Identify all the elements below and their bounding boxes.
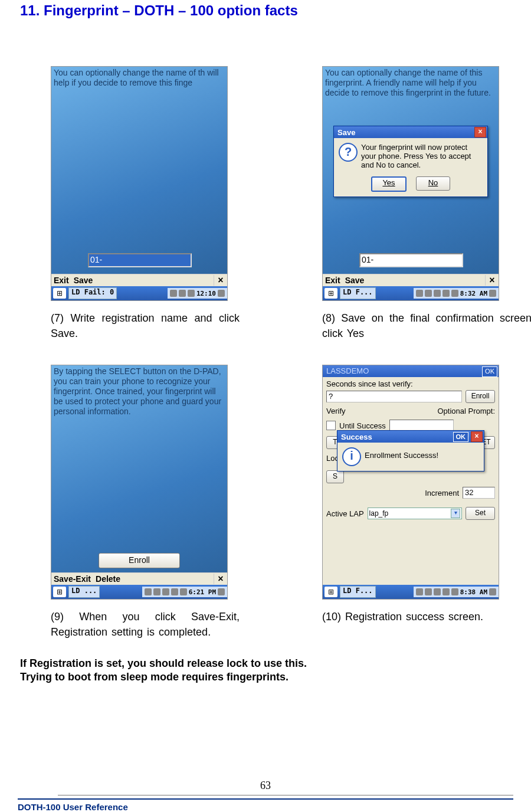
- tray-icon: [145, 588, 152, 595]
- tray-icon: [416, 588, 423, 595]
- tray-icon: [153, 588, 160, 595]
- tray-icon: [171, 588, 178, 595]
- menu-exit[interactable]: Exit: [325, 276, 340, 285]
- name-input[interactable]: 01-: [359, 253, 463, 267]
- dialog-body: Your fingerprint will now protect your p…: [361, 143, 483, 169]
- success-dialog: Success OK × i Enrollment Successs!: [337, 430, 484, 472]
- clock: 8:38 AM: [460, 588, 487, 596]
- verify-label: Verify: [326, 407, 346, 415]
- caption-7: (7) Write registration name and click Sa…: [51, 310, 240, 341]
- increment-label: Increment: [425, 489, 459, 497]
- dialog-titlebar: Save ×: [334, 126, 487, 138]
- menu-save[interactable]: Save: [345, 276, 365, 285]
- note-line-2: Trying to boot from sleep mode requires …: [20, 671, 513, 683]
- tray-icon: [434, 290, 441, 297]
- tray-icon: [170, 290, 177, 297]
- info-icon: i: [342, 447, 361, 466]
- optional-prompt-label: Optional Prompt:: [437, 407, 495, 415]
- dialog-titlebar: Success OK ×: [337, 431, 484, 443]
- close-icon[interactable]: ×: [474, 127, 486, 137]
- menu-exit[interactable]: Exit: [54, 276, 69, 285]
- tray-icon: [442, 290, 450, 297]
- screenshot-9: By tapping the SELECT button on the D-PA…: [51, 365, 228, 600]
- prompt-input[interactable]: [389, 420, 454, 431]
- menubar: Exit Save ×: [323, 274, 499, 286]
- until-success-checkbox[interactable]: [326, 421, 336, 430]
- active-lap-label: Active LAP: [326, 509, 364, 518]
- taskbar: ⊞ LD F... 8:38 AM: [323, 585, 499, 599]
- taskbar: ⊞ LD F... 8:32 AM: [323, 286, 499, 300]
- section-title: 11. Fingerprint – DOTH – 100 option fact…: [18, 0, 513, 19]
- clock: 12:10: [196, 290, 216, 297]
- close-icon[interactable]: ×: [214, 275, 227, 286]
- seconds-label: Seconds since last verify:: [326, 379, 413, 388]
- task-button[interactable]: LD ...: [68, 586, 100, 598]
- instruction-text: You can optionally change the name of th…: [54, 67, 225, 88]
- tray-icon: [489, 588, 496, 595]
- set-button[interactable]: Set: [466, 507, 495, 520]
- page-number: 63: [0, 780, 531, 792]
- tray-icon: [489, 290, 496, 297]
- enroll-button[interactable]: Enroll: [99, 553, 180, 568]
- ok-button[interactable]: OK: [453, 432, 469, 442]
- dialog-title: Save: [337, 128, 355, 137]
- system-tray: 12:10: [168, 288, 227, 299]
- dialog-title: Success: [341, 433, 372, 441]
- caption-10: (10) Registration success screen.: [322, 609, 531, 624]
- close-icon[interactable]: ×: [214, 574, 227, 584]
- start-icon[interactable]: ⊞: [53, 587, 66, 597]
- clock: 6:21 PM: [189, 588, 216, 596]
- menu-save-exit[interactable]: Save-Exit: [54, 574, 91, 584]
- menubar: Save-Exit Delete ×: [51, 572, 227, 585]
- tray-icon: [434, 588, 441, 595]
- tray-icon: [425, 290, 432, 297]
- taskbar: ⊞ LD Fail: 0 12:10: [51, 286, 227, 300]
- increment-input[interactable]: 32: [463, 487, 495, 499]
- start-icon[interactable]: ⊞: [324, 587, 337, 597]
- system-tray: 8:32 AM: [414, 288, 499, 299]
- screenshot-10: LASSDEMO OK Seconds since last verify: ?…: [322, 365, 499, 600]
- start-icon[interactable]: ⊞: [53, 288, 66, 299]
- footer-text: DOTH-100 User Reference: [18, 798, 513, 812]
- close-icon[interactable]: ×: [471, 431, 483, 442]
- question-icon: ?: [339, 143, 358, 162]
- tray-icon: [451, 588, 458, 595]
- note-line-1: If Registration is set, you should relea…: [20, 657, 513, 670]
- instruction-text: By tapping the SELECT button on the D-PA…: [54, 365, 225, 417]
- task-button[interactable]: LD Fail: 0: [68, 287, 117, 299]
- tray-icon: [218, 290, 225, 297]
- footer-divider: [58, 795, 513, 795]
- taskbar: ⊞ LD ... 6:21 PM: [51, 585, 227, 599]
- caption-8: (8) Save on the final confirmation scree…: [322, 310, 531, 341]
- tray-icon: [425, 588, 432, 595]
- chevron-down-icon: ▾: [451, 509, 460, 518]
- close-icon[interactable]: ×: [485, 275, 499, 286]
- menu-save[interactable]: Save: [74, 276, 93, 285]
- tray-icon: [442, 588, 450, 595]
- tray-icon: [416, 290, 423, 297]
- lap-select[interactable]: lap_fp ▾: [368, 508, 462, 519]
- until-success-label: Until Success: [339, 421, 386, 430]
- ok-button[interactable]: OK: [482, 366, 497, 377]
- enroll-button[interactable]: Enroll: [466, 390, 495, 403]
- tray-icon: [188, 290, 195, 297]
- task-button[interactable]: LD F...: [340, 586, 376, 598]
- tray-icon: [218, 588, 225, 595]
- window-title: LASSDEMO: [326, 366, 369, 375]
- menubar: Exit Save ×: [51, 274, 227, 286]
- no-button[interactable]: No: [416, 176, 450, 191]
- task-button[interactable]: LD F...: [340, 287, 376, 299]
- instruction-text: You can optionally change the name of th…: [325, 67, 496, 98]
- clock: 8:32 AM: [460, 290, 487, 297]
- tray-icon: [451, 290, 458, 297]
- yes-button[interactable]: Yes: [371, 176, 407, 192]
- name-input[interactable]: 01-: [88, 253, 192, 267]
- seconds-input[interactable]: ?: [326, 391, 462, 402]
- menu-delete[interactable]: Delete: [96, 574, 120, 584]
- start-icon[interactable]: ⊞: [324, 288, 337, 299]
- tray-icon: [162, 588, 169, 595]
- system-tray: 8:38 AM: [414, 587, 499, 597]
- s-button[interactable]: S: [326, 470, 344, 483]
- system-tray: 6:21 PM: [142, 587, 227, 597]
- dialog-body: Enrollment Successs!: [365, 447, 438, 460]
